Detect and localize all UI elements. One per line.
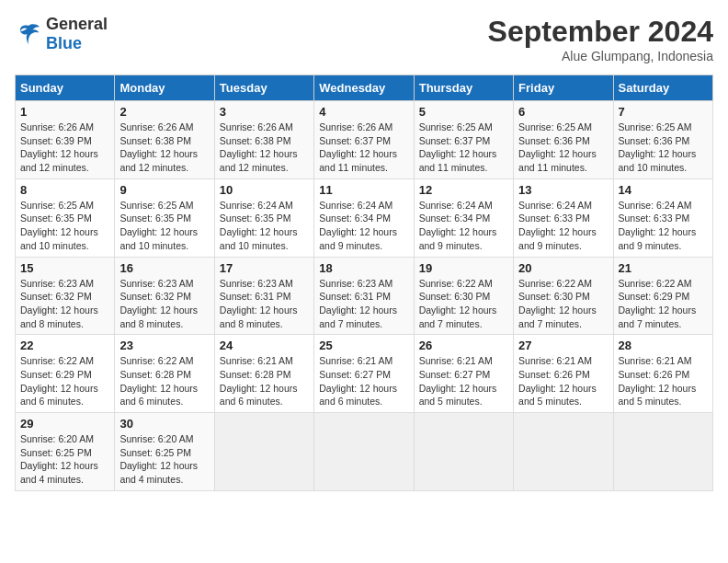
calendar-week-row: 29Sunrise: 6:20 AM Sunset: 6:25 PM Dayli…	[16, 413, 713, 491]
day-detail: Sunrise: 6:21 AM Sunset: 6:27 PM Dayligh…	[419, 354, 508, 408]
day-detail: Sunrise: 6:20 AM Sunset: 6:25 PM Dayligh…	[20, 432, 109, 487]
calendar-cell: 16Sunrise: 6:23 AM Sunset: 6:32 PM Dayli…	[115, 257, 214, 335]
calendar-cell: 15Sunrise: 6:23 AM Sunset: 6:32 PM Dayli…	[16, 257, 115, 335]
calendar-cell: 5Sunrise: 6:25 AM Sunset: 6:37 PM Daylig…	[414, 101, 513, 179]
day-number: 20	[518, 261, 608, 275]
day-number: 5	[419, 105, 508, 119]
day-number: 2	[119, 105, 209, 119]
calendar-cell: 24Sunrise: 6:21 AM Sunset: 6:28 PM Dayli…	[214, 335, 313, 413]
calendar-header-row: SundayMondayTuesdayWednesdayThursdayFrid…	[16, 75, 713, 101]
calendar-cell	[214, 413, 313, 491]
calendar-day-header: Sunday	[16, 75, 115, 101]
logo-text: General Blue	[46, 15, 108, 53]
day-number: 26	[419, 339, 508, 352]
logo: General Blue	[15, 15, 108, 53]
calendar-day-header: Saturday	[613, 75, 712, 101]
day-number: 23	[119, 339, 209, 352]
day-detail: Sunrise: 6:26 AM Sunset: 6:37 PM Dayligh…	[319, 121, 408, 175]
day-number: 10	[220, 183, 309, 197]
calendar-cell: 7Sunrise: 6:25 AM Sunset: 6:36 PM Daylig…	[613, 101, 712, 179]
day-detail: Sunrise: 6:23 AM Sunset: 6:32 PM Dayligh…	[20, 277, 109, 331]
calendar-cell: 18Sunrise: 6:23 AM Sunset: 6:31 PM Dayli…	[314, 257, 414, 335]
day-detail: Sunrise: 6:21 AM Sunset: 6:27 PM Dayligh…	[319, 354, 408, 408]
day-number: 19	[419, 261, 508, 275]
day-detail: Sunrise: 6:24 AM Sunset: 6:34 PM Dayligh…	[419, 199, 508, 253]
day-detail: Sunrise: 6:23 AM Sunset: 6:31 PM Dayligh…	[220, 277, 309, 331]
day-number: 16	[119, 261, 209, 275]
day-detail: Sunrise: 6:25 AM Sunset: 6:35 PM Dayligh…	[119, 199, 209, 253]
day-detail: Sunrise: 6:25 AM Sunset: 6:36 PM Dayligh…	[619, 121, 708, 175]
day-detail: Sunrise: 6:22 AM Sunset: 6:29 PM Dayligh…	[20, 354, 109, 408]
calendar-cell: 3Sunrise: 6:26 AM Sunset: 6:38 PM Daylig…	[214, 101, 313, 179]
calendar-cell: 9Sunrise: 6:25 AM Sunset: 6:35 PM Daylig…	[115, 178, 214, 257]
day-number: 11	[319, 183, 408, 197]
location: Alue Glumpang, Indonesia	[488, 49, 713, 63]
calendar-cell: 27Sunrise: 6:21 AM Sunset: 6:26 PM Dayli…	[514, 335, 613, 413]
day-detail: Sunrise: 6:23 AM Sunset: 6:32 PM Dayligh…	[119, 277, 209, 331]
logo-icon	[15, 20, 42, 48]
calendar-cell: 12Sunrise: 6:24 AM Sunset: 6:34 PM Dayli…	[414, 178, 513, 257]
day-number: 1	[20, 105, 109, 119]
day-number: 22	[20, 339, 109, 352]
day-number: 13	[518, 183, 608, 197]
day-detail: Sunrise: 6:25 AM Sunset: 6:35 PM Dayligh…	[20, 199, 109, 253]
calendar-week-row: 8Sunrise: 6:25 AM Sunset: 6:35 PM Daylig…	[16, 178, 713, 257]
title-block: September 2024 Alue Glumpang, Indonesia	[488, 15, 713, 63]
day-number: 21	[619, 261, 708, 275]
calendar-day-header: Friday	[514, 75, 613, 101]
day-number: 14	[619, 183, 708, 197]
calendar-cell: 10Sunrise: 6:24 AM Sunset: 6:35 PM Dayli…	[214, 178, 313, 257]
day-number: 6	[518, 105, 608, 119]
day-detail: Sunrise: 6:26 AM Sunset: 6:39 PM Dayligh…	[20, 121, 109, 175]
calendar-day-header: Wednesday	[314, 75, 414, 101]
day-number: 29	[20, 417, 109, 431]
day-number: 8	[20, 183, 109, 197]
day-detail: Sunrise: 6:22 AM Sunset: 6:30 PM Dayligh…	[518, 277, 608, 331]
day-detail: Sunrise: 6:24 AM Sunset: 6:35 PM Dayligh…	[220, 199, 309, 253]
calendar-cell: 20Sunrise: 6:22 AM Sunset: 6:30 PM Dayli…	[514, 257, 613, 335]
calendar-cell: 30Sunrise: 6:20 AM Sunset: 6:25 PM Dayli…	[115, 413, 214, 491]
day-number: 4	[319, 105, 408, 119]
day-detail: Sunrise: 6:21 AM Sunset: 6:26 PM Dayligh…	[619, 354, 708, 408]
calendar-week-row: 1Sunrise: 6:26 AM Sunset: 6:39 PM Daylig…	[16, 101, 713, 179]
day-number: 25	[319, 339, 408, 352]
calendar-cell	[414, 413, 513, 491]
calendar-cell: 25Sunrise: 6:21 AM Sunset: 6:27 PM Dayli…	[314, 335, 414, 413]
day-detail: Sunrise: 6:24 AM Sunset: 6:33 PM Dayligh…	[619, 199, 708, 253]
calendar-cell	[613, 413, 712, 491]
calendar-cell: 8Sunrise: 6:25 AM Sunset: 6:35 PM Daylig…	[16, 178, 115, 257]
calendar-cell: 2Sunrise: 6:26 AM Sunset: 6:38 PM Daylig…	[115, 101, 214, 179]
day-detail: Sunrise: 6:26 AM Sunset: 6:38 PM Dayligh…	[119, 121, 209, 175]
calendar-cell: 4Sunrise: 6:26 AM Sunset: 6:37 PM Daylig…	[314, 101, 414, 179]
calendar-day-header: Tuesday	[214, 75, 313, 101]
day-detail: Sunrise: 6:25 AM Sunset: 6:36 PM Dayligh…	[518, 121, 608, 175]
calendar-cell: 19Sunrise: 6:22 AM Sunset: 6:30 PM Dayli…	[414, 257, 513, 335]
calendar-cell: 14Sunrise: 6:24 AM Sunset: 6:33 PM Dayli…	[613, 178, 712, 257]
calendar-cell: 13Sunrise: 6:24 AM Sunset: 6:33 PM Dayli…	[514, 178, 613, 257]
day-detail: Sunrise: 6:22 AM Sunset: 6:28 PM Dayligh…	[119, 354, 209, 408]
day-detail: Sunrise: 6:24 AM Sunset: 6:33 PM Dayligh…	[518, 199, 608, 253]
day-detail: Sunrise: 6:25 AM Sunset: 6:37 PM Dayligh…	[419, 121, 508, 175]
day-number: 12	[419, 183, 508, 197]
calendar-cell	[514, 413, 613, 491]
calendar-cell: 22Sunrise: 6:22 AM Sunset: 6:29 PM Dayli…	[16, 335, 115, 413]
day-detail: Sunrise: 6:21 AM Sunset: 6:26 PM Dayligh…	[518, 354, 608, 408]
calendar-cell: 28Sunrise: 6:21 AM Sunset: 6:26 PM Dayli…	[613, 335, 712, 413]
calendar-body: 1Sunrise: 6:26 AM Sunset: 6:39 PM Daylig…	[16, 101, 713, 491]
day-number: 30	[119, 417, 209, 431]
day-detail: Sunrise: 6:21 AM Sunset: 6:28 PM Dayligh…	[220, 354, 309, 408]
calendar-cell: 17Sunrise: 6:23 AM Sunset: 6:31 PM Dayli…	[214, 257, 313, 335]
day-number: 18	[319, 261, 408, 275]
calendar-cell: 21Sunrise: 6:22 AM Sunset: 6:29 PM Dayli…	[613, 257, 712, 335]
month-title: September 2024	[488, 15, 713, 49]
day-detail: Sunrise: 6:20 AM Sunset: 6:25 PM Dayligh…	[119, 432, 209, 487]
day-number: 15	[20, 261, 109, 275]
day-detail: Sunrise: 6:22 AM Sunset: 6:30 PM Dayligh…	[419, 277, 508, 331]
calendar-cell	[314, 413, 414, 491]
calendar-cell: 1Sunrise: 6:26 AM Sunset: 6:39 PM Daylig…	[16, 101, 115, 179]
calendar-cell: 29Sunrise: 6:20 AM Sunset: 6:25 PM Dayli…	[16, 413, 115, 491]
day-number: 24	[220, 339, 309, 352]
calendar-cell: 26Sunrise: 6:21 AM Sunset: 6:27 PM Dayli…	[414, 335, 513, 413]
calendar-day-header: Thursday	[414, 75, 513, 101]
day-detail: Sunrise: 6:26 AM Sunset: 6:38 PM Dayligh…	[220, 121, 309, 175]
